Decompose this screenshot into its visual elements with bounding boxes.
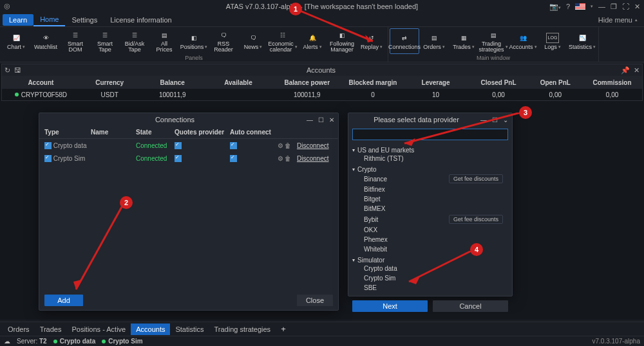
dialog-close-button[interactable]: ✕: [329, 116, 334, 123]
group-useu[interactable]: ▾US and EU markets: [352, 147, 508, 154]
enabled-checkbox[interactable]: [44, 155, 52, 162]
hide-menu-button[interactable]: Hide menu ▴: [598, 16, 644, 24]
group-simulator[interactable]: ▾Simulator: [352, 257, 508, 264]
gear-icon[interactable]: ⚙: [278, 142, 285, 149]
pin-icon[interactable]: 📌: [621, 66, 630, 75]
dialog-expand-button[interactable]: ⌄: [503, 116, 508, 123]
col-balpower[interactable]: Balance power: [271, 76, 343, 89]
orders-button[interactable]: ▤Orders▾: [419, 28, 449, 54]
panels-group-label: Panels: [185, 54, 203, 62]
add-tab-button[interactable]: +: [276, 323, 291, 335]
tab-strategies[interactable]: Trading strategies: [209, 323, 276, 335]
positions-icon: ◧: [191, 33, 197, 43]
window-fullscreen-button[interactable]: ⛶: [622, 3, 629, 10]
provider-item-rithmic[interactable]: Rithmic (TST): [352, 154, 508, 163]
provider-item-phemex[interactable]: Phemex: [352, 235, 508, 244]
accounts-button[interactable]: 👥Accounts▾: [508, 28, 538, 54]
account-row[interactable]: CRYPTO0F58D USDT 100011,9 100011,9 0 10 …: [2, 89, 642, 100]
trash-icon[interactable]: 🗑: [285, 142, 292, 149]
provider-item-cryptodata[interactable]: Crypto data: [352, 264, 508, 273]
col-balance[interactable]: Balance: [140, 76, 205, 89]
replay-button[interactable]: ↺Replay▾: [357, 28, 386, 54]
mainwindow-group-label: Main window: [477, 54, 510, 62]
dialog-minimize-button[interactable]: —: [480, 116, 487, 123]
news-button[interactable]: 🗨News▾: [238, 28, 268, 54]
provider-item-bybit[interactable]: BybitGet fee discounts: [352, 214, 508, 225]
tab-trades[interactable]: Trades: [35, 323, 67, 335]
close-button[interactable]: Close: [297, 295, 333, 306]
positions-button[interactable]: ◧Positions▾: [179, 28, 209, 54]
connection-row[interactable]: Crypto Sim Connected ⚙🗑 Disconnect: [39, 152, 338, 165]
col-blocked[interactable]: Blocked margin: [343, 76, 403, 89]
home-tab[interactable]: Home: [33, 14, 65, 26]
chart-button[interactable]: 📈Chart▾: [1, 28, 31, 54]
quotes-checkbox[interactable]: [175, 155, 182, 162]
provider-item-cryptosim[interactable]: Crypto Sim: [352, 273, 508, 283]
tab-orders[interactable]: Orders: [3, 323, 35, 335]
col-available[interactable]: Available: [205, 76, 271, 89]
statistics-button[interactable]: 📉Statistics▾: [567, 28, 597, 54]
save-icon[interactable]: 🖫: [14, 66, 21, 74]
provider-item-sbe[interactable]: SBE: [352, 283, 508, 293]
col-closed[interactable]: Closed PnL: [469, 76, 529, 89]
tab-statistics[interactable]: Statistics: [170, 323, 209, 335]
window-restore-button[interactable]: ❐: [611, 3, 617, 11]
next-button[interactable]: Next: [352, 300, 428, 312]
connections-button[interactable]: ⇄Connections: [390, 28, 419, 54]
panel-close-icon[interactable]: ✕: [634, 66, 639, 75]
smartdom-button[interactable]: ☰Smart DOM: [61, 28, 90, 54]
license-tab[interactable]: License information: [104, 14, 178, 26]
refresh-icon[interactable]: ↻: [5, 66, 10, 75]
bidask-button[interactable]: ☰Bid/Ask Tape: [120, 28, 149, 54]
tab-accounts[interactable]: Accounts: [131, 323, 170, 335]
enabled-checkbox[interactable]: [44, 142, 52, 149]
fee-button[interactable]: Get fee discounts: [449, 174, 503, 183]
following-button[interactable]: ◧Following Manager: [327, 28, 357, 54]
provider-item-bitmex[interactable]: BitMEX: [352, 204, 508, 214]
strategies-button[interactable]: ▤Trading strategies▾: [478, 28, 508, 54]
provider-item-binance[interactable]: BinanceGet fee discounts: [352, 173, 508, 185]
provider-search-input[interactable]: [352, 129, 508, 140]
camera-icon[interactable]: 📷▾: [549, 3, 561, 11]
group-crypto[interactable]: ▾Crypto: [352, 166, 508, 173]
settings-tab[interactable]: Settings: [65, 14, 104, 26]
window-minimize-button[interactable]: —: [598, 3, 605, 10]
app-logo-icon: ◎: [4, 2, 13, 11]
dialog-maximize-button[interactable]: ☐: [318, 116, 324, 123]
col-open[interactable]: Open PnL: [528, 76, 582, 89]
col-leverage[interactable]: Leverage: [402, 76, 468, 89]
smarttape-button[interactable]: ☰Smart Tape: [90, 28, 120, 54]
autoconnect-checkbox[interactable]: [230, 155, 237, 162]
learn-tab[interactable]: Learn: [3, 14, 33, 26]
disconnect-link[interactable]: Disconnect: [297, 142, 328, 149]
economic-button[interactable]: ☷Economic calendar▾: [268, 28, 298, 54]
lang-flag-icon[interactable]: [575, 3, 585, 10]
add-button[interactable]: Add: [44, 295, 83, 306]
connection-row[interactable]: Crypto data Connected ⚙🗑 Disconnect: [39, 139, 338, 152]
provider-item-whitebit[interactable]: Whitebit: [352, 244, 508, 254]
allprices-button[interactable]: ▤All Prices: [149, 28, 179, 54]
logs-button[interactable]: LOGLogs▾: [538, 28, 567, 54]
col-account[interactable]: Account: [2, 76, 80, 89]
provider-item-bitget[interactable]: Bitget: [352, 194, 508, 204]
fee-button[interactable]: Get fee discounts: [449, 215, 503, 224]
help-icon[interactable]: ?: [566, 3, 570, 10]
alerts-button[interactable]: 🔔Alerts▾: [298, 28, 327, 54]
col-currency[interactable]: Currency: [80, 76, 140, 89]
rss-button[interactable]: 🗨RSS Reader: [209, 28, 238, 54]
quotes-checkbox[interactable]: [175, 142, 182, 149]
dialog-minimize-button[interactable]: —: [307, 116, 313, 123]
provider-item-bitfinex[interactable]: Bitfinex: [352, 185, 508, 194]
tab-positions[interactable]: Positions - Active: [66, 323, 131, 335]
autoconnect-checkbox[interactable]: [230, 142, 237, 149]
cancel-button[interactable]: Cancel: [433, 300, 508, 312]
col-commission[interactable]: Commission: [582, 76, 642, 89]
trash-icon[interactable]: 🗑: [285, 155, 292, 162]
gear-icon[interactable]: ⚙: [278, 155, 285, 162]
disconnect-link[interactable]: Disconnect: [297, 155, 328, 162]
provider-item-okx[interactable]: OKX: [352, 225, 508, 235]
window-close-button[interactable]: ✕: [634, 3, 640, 11]
dialog-maximize-button[interactable]: ☐: [492, 116, 498, 123]
watchlist-button[interactable]: 👁Watchlist: [31, 28, 61, 54]
trades-button[interactable]: ▦Trades▾: [449, 28, 478, 54]
